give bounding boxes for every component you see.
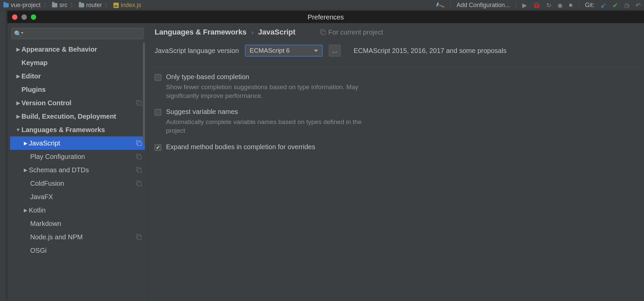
tree-item-osgi[interactable]: OSGi: [10, 244, 145, 257]
chevron-down-icon: [314, 50, 318, 52]
toolbar-right: 🔨 Add Configuration... ▶ 🐞 ↻ ◉ ■ Git: ↙ …: [436, 1, 641, 10]
chevron-right-icon: ›: [251, 28, 254, 36]
option-title: Only type-based completion: [166, 73, 374, 81]
tree-item-node[interactable]: Node.js and NPM: [10, 230, 145, 244]
tree-item-javascript[interactable]: ▶JavaScript: [10, 136, 145, 150]
option-suggest-variable-names[interactable]: Suggest variable names Automatically com…: [155, 108, 637, 135]
tree-item-coldfusion[interactable]: ColdFusion: [10, 177, 145, 190]
js-file-icon: JS: [113, 3, 119, 8]
language-version-dropdown[interactable]: ECMAScript 6: [245, 45, 323, 57]
breadcrumb-item[interactable]: src: [52, 2, 67, 9]
tree-label: Appearance & Behavior: [21, 46, 142, 53]
chevron-right-icon: ▶: [22, 167, 29, 173]
project-scope-icon: [136, 167, 142, 173]
tree-item-plugins[interactable]: ▶Plugins: [10, 83, 145, 96]
project-scope-icon: [136, 234, 142, 240]
tree-item-vcs[interactable]: ▶Version Control: [10, 96, 145, 110]
tree-label: Editor: [21, 72, 142, 80]
search-icon: 🔍: [14, 30, 21, 38]
dialog-title: Preferences: [7, 13, 644, 21]
tree-label: JavaFX: [30, 193, 142, 201]
project-scope-icon: [136, 140, 142, 146]
tree-item-build[interactable]: ▶Build, Execution, Deployment: [10, 110, 145, 123]
language-version-label: JavaScript language version: [155, 47, 239, 55]
checkbox[interactable]: [155, 144, 161, 151]
breadcrumb-label: vue-project: [11, 2, 41, 9]
language-version-hint: ECMAScript 2015, 2016, 2017 and some pro…: [354, 47, 506, 55]
tree-label: Build, Execution, Deployment: [21, 113, 142, 120]
breadcrumb-root[interactable]: Languages & Frameworks: [155, 28, 247, 37]
tree-label: Kotlin: [29, 206, 142, 214]
ide-toolbar: vue-project 〉 src 〉 router 〉 JSindex.js …: [0, 0, 644, 11]
breadcrumb-label: router: [86, 2, 102, 9]
folder-icon: [79, 3, 84, 7]
profile-icon[interactable]: ◉: [557, 2, 563, 9]
tree-label: JavaScript: [29, 139, 136, 147]
chevron-down-icon[interactable]: [21, 32, 23, 34]
tree-item-appearance[interactable]: ▶Appearance & Behavior: [10, 43, 145, 56]
tree-label: Languages & Frameworks: [21, 126, 142, 134]
tree-item-markdown[interactable]: Markdown: [10, 217, 145, 230]
project-scope-icon: [136, 154, 142, 159]
tree-label: ColdFusion: [30, 180, 136, 187]
tree-label: Version Control: [21, 99, 136, 107]
revert-icon[interactable]: ↶: [636, 2, 641, 9]
search-input[interactable]: [11, 28, 144, 39]
tree-label: Schemas and DTDs: [29, 166, 136, 174]
scope-label: For current project: [328, 28, 383, 36]
chevron-right-icon: ▶: [15, 114, 21, 119]
option-type-based-completion[interactable]: Only type-based completion Show fewer co…: [155, 73, 637, 100]
option-title: Expand method bodies in completion for o…: [166, 143, 315, 151]
chevron-right-icon: ▶: [15, 47, 21, 52]
breadcrumb-item[interactable]: JSindex.js: [113, 2, 141, 9]
checkbox[interactable]: [155, 74, 161, 81]
chevron-right-icon: 〉: [105, 1, 111, 9]
chevron-right-icon: ▶: [15, 73, 21, 79]
scrollbar[interactable]: [143, 43, 145, 301]
tree-label: Keymap: [21, 59, 142, 67]
breadcrumb-item[interactable]: router: [79, 2, 102, 9]
dialog-titlebar: Preferences: [7, 11, 644, 23]
tree-label: Node.js and NPM: [30, 233, 136, 241]
tree-label: Plugins: [21, 86, 142, 94]
chevron-right-icon: 〉: [70, 1, 76, 9]
build-icon[interactable]: 🔨: [434, 0, 445, 11]
tree-item-languages[interactable]: ▼Languages & Frameworks: [10, 123, 145, 136]
stop-icon[interactable]: ■: [569, 2, 573, 9]
project-scope-icon: [136, 181, 142, 186]
chevron-right-icon: 〉: [43, 1, 49, 9]
tree-label: OSGi: [30, 247, 142, 254]
vcs-commit-icon[interactable]: ✔: [612, 1, 618, 9]
settings-breadcrumb: Languages & Frameworks › JavaScript For …: [155, 28, 637, 37]
tree-label: Play Configuration: [30, 153, 136, 161]
vcs-update-icon[interactable]: ↙: [600, 1, 606, 10]
option-description: Show fewer completion suggestions based …: [166, 83, 374, 100]
checkbox[interactable]: [155, 109, 161, 116]
chevron-right-icon: ▶: [22, 140, 29, 146]
debug-icon[interactable]: 🐞: [533, 2, 540, 9]
tree-item-kotlin[interactable]: ▶Kotlin: [10, 203, 145, 217]
breadcrumb-item[interactable]: vue-project: [3, 2, 41, 9]
preferences-sidebar: 🔍 ▶Appearance & Behavior ▶Keymap ▶Editor…: [7, 23, 148, 301]
history-icon[interactable]: ◷: [624, 2, 630, 9]
tree-item-keymap[interactable]: ▶Keymap: [10, 56, 145, 69]
coverage-icon[interactable]: ↻: [546, 2, 551, 9]
project-scope-icon: [320, 29, 326, 35]
tree-item-play[interactable]: Play Configuration: [10, 150, 145, 163]
scrollbar-thumb[interactable]: [143, 43, 145, 143]
add-configuration-button[interactable]: Add Configuration...: [450, 2, 516, 9]
folder-icon: [3, 3, 9, 7]
run-icon[interactable]: ▶: [522, 2, 527, 9]
chevron-right-icon: ▶: [15, 100, 21, 106]
preferences-dialog: Preferences 🔍 ▶Appearance & Behavior ▶Ke…: [7, 11, 644, 301]
option-description: Automatically complete variable names ba…: [166, 118, 374, 135]
chevron-right-icon: ▶: [22, 207, 29, 213]
tree-item-schemas[interactable]: ▶Schemas and DTDs: [10, 163, 145, 177]
tree-item-editor[interactable]: ▶Editor: [10, 69, 145, 83]
tree-item-javafx[interactable]: JavaFX: [10, 190, 145, 203]
option-expand-method-bodies[interactable]: Expand method bodies in completion for o…: [155, 143, 637, 151]
preferences-main: Languages & Frameworks › JavaScript For …: [148, 23, 644, 301]
more-options-button[interactable]: ...: [329, 45, 341, 57]
project-scope-icon: [136, 100, 142, 106]
breadcrumb: vue-project 〉 src 〉 router 〉 JSindex.js: [3, 1, 141, 9]
